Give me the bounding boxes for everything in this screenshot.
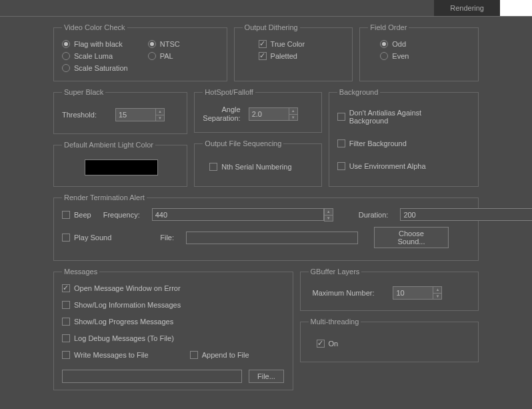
spin-up-icon: ▲ — [433, 287, 441, 294]
label-frequency: Frequency: — [103, 211, 140, 219]
spin-down-icon: ▼ — [289, 115, 297, 121]
radio-odd[interactable]: Odd — [380, 40, 471, 48]
radio-flag-black[interactable]: Flag with black — [62, 40, 128, 48]
check-show-info[interactable]: Show/Log Information Messages — [62, 301, 286, 309]
radio-scale-saturation[interactable]: Scale Saturation — [62, 64, 128, 72]
choose-sound-button[interactable]: Choose Sound... — [374, 227, 449, 248]
group-output-dithering: Output Dithering True Color Paletted — [234, 23, 353, 81]
input-message-file[interactable] — [62, 370, 242, 383]
spinner-angle[interactable]: ▲▼ — [249, 107, 298, 121]
spinner-threshold[interactable]: ▲▼ — [115, 108, 165, 121]
radio-even[interactable]: Even — [380, 52, 471, 60]
check-paletted[interactable]: Paletted — [259, 52, 346, 60]
group-hotspot-falloff: HotSpot/Falloff AngleSeparation: ▲▼ — [194, 88, 321, 133]
group-video-color-check: Video Color Check Flag with black Scale … — [53, 23, 227, 81]
dialog-footer: OK Cancel — [0, 406, 532, 409]
spin-up-icon: ▲ — [156, 109, 164, 115]
legend-dal: Default Ambient Light Color — [62, 141, 155, 149]
legend-super-black: Super Black — [62, 88, 105, 96]
check-multithread-on[interactable]: On — [317, 340, 339, 348]
color-swatch-ambient[interactable] — [85, 159, 158, 175]
check-nth-serial[interactable]: Nth Serial Numbering — [209, 163, 291, 171]
legend-ofs: Output File Sequencing — [203, 139, 283, 147]
check-true-color[interactable]: True Color — [259, 40, 346, 48]
check-open-error[interactable]: Open Message Window on Error — [62, 284, 286, 292]
check-filter-background[interactable]: Filter Background — [337, 139, 471, 147]
legend-hotspot: HotSpot/Falloff — [203, 88, 255, 96]
input-frequency[interactable] — [152, 208, 324, 221]
label-angle-separation: AngleSeparation: — [203, 105, 240, 123]
label-duration: Duration: — [359, 211, 389, 219]
spin-up-icon: ▲ — [289, 108, 297, 115]
input-duration[interactable] — [400, 208, 532, 221]
input-sound-file[interactable] — [186, 232, 358, 244]
legend-mt: Multi-threading — [309, 318, 361, 326]
group-gbuffer-layers: GBuffer Layers Maximum Number: ▲▼ — [300, 268, 479, 311]
input-angle[interactable] — [249, 107, 289, 121]
spinner-frequency[interactable]: ▲▼ — [152, 208, 333, 222]
group-super-black: Super Black Threshold: ▲▼ — [53, 88, 187, 134]
legend-background: Background — [337, 88, 381, 96]
group-default-ambient-light: Default Ambient Light Color — [53, 141, 187, 187]
group-messages: Messages Open Message Window on Error Sh… — [53, 268, 293, 390]
label-file: File: — [134, 234, 174, 242]
group-output-file-sequencing: Output File Sequencing Nth Serial Number… — [194, 139, 321, 187]
tab-rendering[interactable]: Rendering — [434, 0, 500, 16]
legend-field-order: Field Order — [368, 23, 409, 31]
label-threshold: Threshold: — [62, 111, 97, 119]
spin-up-icon: ▲ — [325, 209, 333, 216]
check-show-progress[interactable]: Show/Log Progress Messages — [62, 318, 286, 326]
check-use-env-alpha[interactable]: Use Environment Alpha — [337, 162, 471, 170]
radio-pal[interactable]: PAL — [148, 52, 180, 60]
group-field-order: Field Order Odd Even — [359, 23, 479, 81]
label-max-number: Maximum Number: — [313, 289, 375, 297]
spinner-duration[interactable]: ▲▼ — [400, 208, 532, 222]
file-button[interactable]: File... — [249, 370, 284, 383]
tab-bar: Rendering — [0, 0, 532, 17]
spin-down-icon: ▼ — [433, 294, 441, 300]
check-play-sound[interactable]: Play Sound — [62, 234, 122, 242]
legend-gbuffer: GBuffer Layers — [309, 268, 362, 276]
check-write-file[interactable]: Write Messages to File — [62, 351, 149, 359]
input-max-number[interactable] — [393, 286, 433, 300]
legend-rta: Render Termination Alert — [62, 193, 147, 201]
legend-vcc: Video Color Check — [62, 23, 127, 31]
group-render-termination-alert: Render Termination Alert Beep Frequency:… — [53, 193, 479, 261]
radio-scale-luma[interactable]: Scale Luma — [62, 52, 128, 60]
group-multi-threading: Multi-threading On — [300, 318, 479, 362]
legend-messages: Messages — [62, 268, 99, 276]
check-append-file[interactable]: Append to File — [190, 351, 249, 359]
spin-down-icon: ▼ — [156, 115, 164, 121]
spinner-max-number[interactable]: ▲▼ — [393, 286, 442, 300]
legend-dither: Output Dithering — [243, 23, 300, 31]
spin-down-icon: ▼ — [325, 216, 333, 222]
tab-other[interactable] — [500, 0, 532, 16]
group-background: Background Don't Antialias Against Backg… — [329, 88, 479, 187]
radio-ntsc[interactable]: NTSC — [148, 40, 180, 48]
input-threshold[interactable] — [115, 108, 155, 121]
check-beep[interactable]: Beep — [62, 211, 91, 219]
check-log-debug[interactable]: Log Debug Messages (To File) — [62, 334, 286, 342]
check-dont-antialias[interactable]: Don't Antialias Against Background — [337, 109, 471, 125]
